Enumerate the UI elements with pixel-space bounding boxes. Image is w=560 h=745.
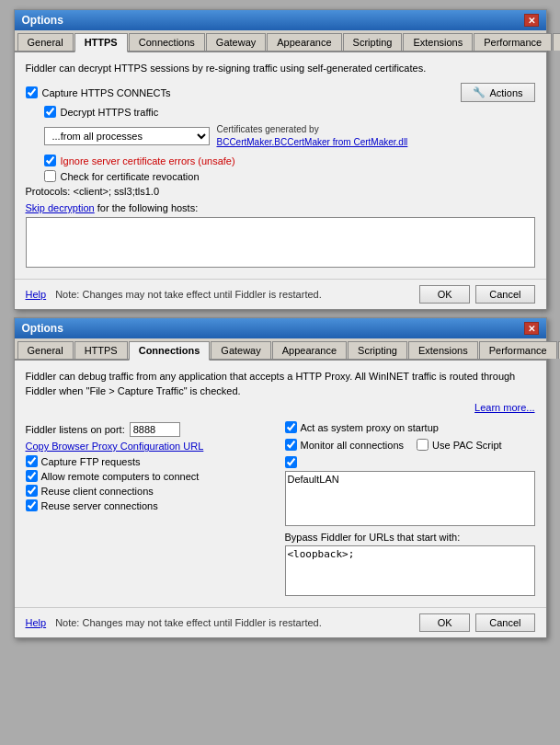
- reuse-server-checkbox[interactable]: [26, 499, 38, 511]
- reuse-client-checkbox[interactable]: [26, 485, 38, 497]
- tab-general-1[interactable]: General: [17, 33, 74, 51]
- allow-remote-checkbox[interactable]: [26, 470, 38, 482]
- tab-scripting-1[interactable]: Scripting: [343, 33, 403, 51]
- tab-performance-2[interactable]: Performance: [479, 341, 557, 359]
- skip-hosts-textarea[interactable]: [26, 217, 535, 268]
- capture-https-row: Capture HTTPS CONNECTs 🔧 Actions: [26, 83, 535, 102]
- actions-icon: 🔧: [473, 86, 486, 98]
- connections-layout: Fiddler listens on port: Copy Browser Pr…: [26, 418, 535, 598]
- reuse-client-label: Reuse client connections: [41, 486, 154, 497]
- skip-decryption-link[interactable]: Skip decryption: [26, 202, 95, 213]
- cert-info: Certificates generated by BCCertMaker.BC…: [217, 123, 408, 149]
- decrypt-https-checkbox[interactable]: [44, 106, 56, 118]
- actions-button[interactable]: 🔧 Actions: [461, 83, 534, 102]
- learn-more-row: Learn more...: [26, 402, 535, 413]
- tab-appearance-2[interactable]: Appearance: [272, 341, 347, 359]
- title-1: Options: [22, 14, 63, 27]
- allow-remote-label: Allow remote computers to connect: [41, 471, 200, 482]
- connections-content: Fiddler can debug traffic from any appli…: [15, 361, 546, 607]
- tab-connections-1[interactable]: Connections: [129, 33, 205, 51]
- tab-bar-2: General HTTPS Connections Gateway Appear…: [15, 338, 546, 361]
- cert-link[interactable]: BCCertMaker.BCCertMaker from CertMaker.d…: [217, 137, 408, 147]
- desc-row: Fiddler can debug traffic from any appli…: [26, 370, 535, 406]
- dialog-https: Options ✕ General HTTPS Connections Gate…: [14, 9, 547, 310]
- help-link-2[interactable]: Help: [26, 617, 47, 628]
- default-lan-row: [285, 456, 535, 468]
- close-button-1[interactable]: ✕: [524, 14, 539, 27]
- ignore-errors-checkbox[interactable]: [44, 155, 56, 166]
- default-lan-checkbox[interactable]: [285, 456, 297, 468]
- reuse-server-label: Reuse server connections: [41, 500, 158, 511]
- process-dropdown[interactable]: ...from all processes: [44, 127, 210, 145]
- tab-performance-1[interactable]: Performance: [474, 33, 552, 51]
- close-button-2[interactable]: ✕: [524, 322, 539, 335]
- decrypt-https-row: Decrypt HTTPS traffic: [44, 106, 535, 118]
- skip-text: for the following hosts:: [97, 202, 198, 213]
- monitor-all-row: Monitor all connections: [285, 439, 405, 451]
- bypass-label: Bypass Fiddler for URLs that start with:: [285, 532, 535, 543]
- tab-bar-1: General HTTPS Connections Gateway Appear…: [15, 30, 546, 52]
- capture-ftp-label: Capture FTP requests: [41, 456, 141, 467]
- monitor-row: Monitor all connections Use PAC Script: [285, 436, 535, 453]
- tab-appearance-1[interactable]: Appearance: [267, 33, 341, 51]
- bypass-textarea[interactable]: [285, 545, 535, 596]
- footer-1: Help Note: Changes may not take effect u…: [15, 279, 546, 309]
- connections-description: Fiddler can debug traffic from any appli…: [26, 370, 535, 398]
- ignore-errors-row: Ignore server certificate errors (unsafe…: [44, 155, 535, 166]
- capture-https-checkbox[interactable]: [26, 86, 38, 98]
- tab-gateway-2[interactable]: Gateway: [211, 341, 270, 359]
- title-2: Options: [22, 322, 63, 335]
- lan-box[interactable]: DefaultLAN: [285, 471, 535, 526]
- tab-gateway-1[interactable]: Gateway: [206, 33, 266, 51]
- capture-https-label: Capture HTTPS CONNECTs: [42, 87, 171, 98]
- footer-note-1: Note: Changes may not take effect until …: [55, 289, 410, 300]
- cancel-button-1[interactable]: Cancel: [475, 285, 534, 304]
- decrypt-section: Decrypt HTTPS traffic ...from all proces…: [44, 106, 535, 182]
- protocols-text: Protocols: <client>; ssl3;tls1.0: [26, 186, 535, 197]
- ignore-errors-label: Ignore server certificate errors (unsafe…: [61, 155, 235, 166]
- decrypt-https-label: Decrypt HTTPS traffic: [61, 107, 159, 118]
- tab-general-2[interactable]: General: [17, 341, 74, 359]
- https-description: Fiddler can decrypt HTTPS sessions by re…: [26, 62, 535, 75]
- footer-2: Help Note: Changes may not take effect u…: [15, 607, 546, 637]
- help-link-1[interactable]: Help: [26, 289, 47, 300]
- tab-connections-2[interactable]: Connections: [129, 341, 211, 361]
- allow-remote-row: Allow remote computers to connect: [26, 470, 276, 482]
- title-bar-1: Options ✕: [15, 10, 546, 30]
- skip-row: Skip decryption for the following hosts:: [26, 202, 535, 213]
- learn-more-link[interactable]: Learn more...: [26, 402, 535, 413]
- ok-button-2[interactable]: OK: [419, 613, 470, 632]
- reuse-client-row: Reuse client connections: [26, 485, 276, 497]
- default-lan-label: DefaultLAN: [288, 474, 339, 485]
- reuse-server-row: Reuse server connections: [26, 499, 276, 511]
- tab-extensions-2[interactable]: Extensions: [408, 341, 478, 359]
- tab-tools-1[interactable]: Tools: [553, 33, 560, 51]
- left-column: Fiddler listens on port: Copy Browser Pr…: [26, 418, 276, 598]
- port-input[interactable]: [130, 422, 180, 437]
- footer-note-2: Note: Changes may not take effect until …: [55, 617, 410, 628]
- capture-ftp-checkbox[interactable]: [26, 455, 38, 467]
- tab-scripting-2[interactable]: Scripting: [348, 341, 407, 359]
- footer-buttons-1: OK Cancel: [419, 285, 534, 304]
- capture-https-checkbox-row: Capture HTTPS CONNECTs: [26, 86, 171, 98]
- monitor-all-checkbox[interactable]: [285, 439, 297, 451]
- tab-extensions-1[interactable]: Extensions: [403, 33, 473, 51]
- footer-buttons-2: OK Cancel: [419, 613, 534, 632]
- capture-ftp-row: Capture FTP requests: [26, 455, 276, 467]
- use-pac-row: Use PAC Script: [417, 439, 502, 451]
- copy-proxy-link[interactable]: Copy Browser Proxy Configuration URL: [26, 441, 276, 452]
- use-pac-checkbox[interactable]: [417, 439, 429, 451]
- ok-button-1[interactable]: OK: [419, 285, 470, 304]
- cancel-button-2[interactable]: Cancel: [475, 613, 534, 632]
- tab-https-1[interactable]: HTTPS: [74, 33, 128, 52]
- dialog-connections: Options ✕ General HTTPS Connections Gate…: [14, 317, 547, 638]
- port-label: Fiddler listens on port:: [26, 424, 125, 435]
- act-as-proxy-checkbox[interactable]: [285, 421, 297, 433]
- use-pac-label: Use PAC Script: [432, 440, 502, 451]
- check-revocation-checkbox[interactable]: [44, 170, 56, 182]
- check-revocation-row: Check for certificate revocation: [44, 170, 535, 182]
- act-as-proxy-label: Act as system proxy on startup: [301, 422, 439, 433]
- tab-https-2[interactable]: HTTPS: [74, 341, 128, 359]
- act-as-proxy-row: Act as system proxy on startup: [285, 421, 535, 433]
- https-content: Fiddler can decrypt HTTPS sessions by re…: [15, 52, 546, 279]
